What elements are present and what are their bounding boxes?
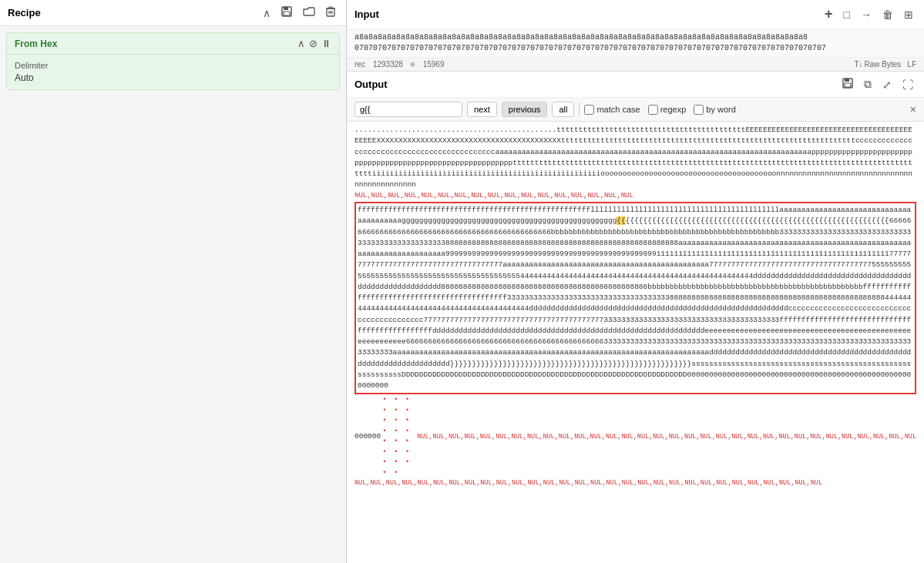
search-divider: [579, 102, 580, 116]
collapse-button[interactable]: ∧: [260, 5, 274, 21]
svg-rect-1: [284, 7, 288, 10]
recipe-header: Recipe ∧: [0, 0, 346, 26]
svg-rect-5: [329, 7, 332, 8]
null-after: NUL,NUL,NUL,NUL,NUL,NUL,NUL,NUL,NUL,NUL,…: [417, 432, 916, 442]
regexp-option[interactable]: regexp: [648, 105, 687, 115]
svg-rect-10: [845, 79, 849, 82]
input-grid-button[interactable]: ⊞: [901, 7, 916, 22]
save-recipe-button[interactable]: [278, 5, 295, 21]
previous-button[interactable]: previous: [502, 102, 548, 117]
input-line-2: 0707070707070707070707070707070707070707…: [354, 43, 916, 54]
input-meta: rec 1293328 ≡ 15969 T↓ Raw Bytes LF: [347, 57, 924, 71]
open-folder-button[interactable]: [300, 5, 318, 21]
output-fullscreen-button[interactable]: ⛶: [899, 77, 916, 92]
regexp-checkbox[interactable]: [648, 105, 658, 115]
input-line-1: a8a8a8a8a8a8a8a8a8a8a8a8a8a8a8a8a8a8a8a8…: [354, 32, 916, 43]
input-delete-button[interactable]: 🗑: [879, 7, 896, 22]
input-export-button[interactable]: →: [858, 7, 875, 22]
input-header-icons: + □ → 🗑 ⊞: [822, 5, 916, 24]
from-hex-icons: ∧ ⊘ ⏸: [297, 38, 331, 49]
highlighted-content: ffffffffffffffffffffffffffffffffffffffff…: [358, 205, 913, 391]
raw-bytes-label: T↓ Raw Bytes: [854, 60, 901, 69]
highlight-box: ffffffffffffffffffffffffffffffffffffffff…: [354, 202, 916, 394]
match-case-checkbox[interactable]: [584, 105, 594, 115]
output-expand-button[interactable]: ⤢: [879, 77, 895, 92]
next-button[interactable]: next: [467, 102, 497, 117]
recipe-title: Recipe: [8, 7, 255, 18]
search-bar: next previous all match case regexp by w…: [347, 98, 924, 122]
from-hex-section: From Hex ∧ ⊘ ⏸ Delimiter Auto: [6, 32, 340, 90]
input-content: a8a8a8a8a8a8a8a8a8a8a8a8a8a8a8a8a8a8a8a8…: [347, 29, 924, 57]
svg-rect-2: [284, 12, 290, 15]
right-panel: Input + □ → 🗑 ⊞ a8a8a8a8a8a8a8a8a8a8a8a8…: [347, 0, 924, 563]
delimiter-value: Auto: [15, 72, 331, 83]
delimiter-section: Delimiter Auto: [7, 55, 339, 89]
svg-rect-11: [845, 83, 851, 87]
lf-label: LF: [907, 60, 916, 69]
null-line-bottom: NUL,NUL,NUL,NUL,NUL,NUL,NUL,NUL,NUL,NUL,…: [354, 478, 916, 488]
from-hex-header: From Hex ∧ ⊘ ⏸: [7, 33, 339, 55]
null-line-before: NUL,NUL,NUL,NUL,NUL,NUL,NUL,NUL,NUL,NUL,…: [354, 191, 916, 202]
output-copy-button[interactable]: ⧉: [861, 76, 875, 92]
by-word-checkbox[interactable]: [694, 105, 704, 115]
all-button[interactable]: all: [552, 102, 574, 117]
output-section: Output ⧉ ⤢ ⛶ next previous all: [347, 72, 924, 563]
output-header: Output ⧉ ⤢ ⛶: [347, 72, 924, 98]
from-hex-pause-icon[interactable]: ⏸: [321, 38, 331, 49]
from-hex-expand-icon[interactable]: ∧: [297, 38, 305, 49]
input-section: Input + □ → 🗑 ⊞ a8a8a8a8a8a8a8a8a8a8a8a8…: [347, 0, 924, 72]
input-window-button[interactable]: □: [841, 7, 853, 22]
search-options: match case regexp by word: [584, 105, 735, 115]
search-close-button[interactable]: ×: [910, 103, 916, 116]
match-case-option[interactable]: match case: [584, 105, 640, 115]
dot-line: • • • • • • • • • • • • • • • • • • • • …: [382, 395, 415, 478]
by-word-option[interactable]: by word: [694, 105, 736, 115]
from-hex-title: From Hex: [15, 39, 297, 49]
delete-recipe-button[interactable]: [323, 5, 338, 21]
delimiter-label: Delimiter: [15, 61, 331, 70]
add-input-button[interactable]: +: [822, 5, 836, 24]
output-save-button[interactable]: [839, 76, 856, 92]
lines-value: 15969: [423, 60, 445, 69]
output-title: Output: [354, 79, 839, 90]
output-content[interactable]: ........................................…: [347, 122, 924, 563]
left-panel: Recipe ∧: [0, 0, 347, 563]
output-before-text: ........................................…: [354, 125, 916, 191]
output-header-icons: ⧉ ⤢ ⛶: [839, 76, 916, 92]
recipe-header-icons: ∧: [260, 5, 338, 21]
input-header: Input + □ → 🗑 ⊞: [347, 0, 924, 29]
search-input[interactable]: [354, 102, 462, 117]
raw-bytes-icon: T↓: [854, 60, 862, 69]
search-match: {{: [617, 216, 625, 225]
input-title: Input: [354, 8, 822, 20]
rec-label: rec: [354, 60, 365, 69]
bottom-zeros: 000000: [354, 431, 381, 442]
from-hex-disable-icon[interactable]: ⊘: [309, 38, 318, 49]
rec-value: 1293328: [373, 60, 403, 69]
bottom-section: 000000 • • • • • • • • • • • • • • • • •…: [354, 395, 916, 478]
lines-icon: ≡: [411, 60, 415, 69]
input-meta-right: T↓ Raw Bytes LF: [854, 60, 916, 69]
